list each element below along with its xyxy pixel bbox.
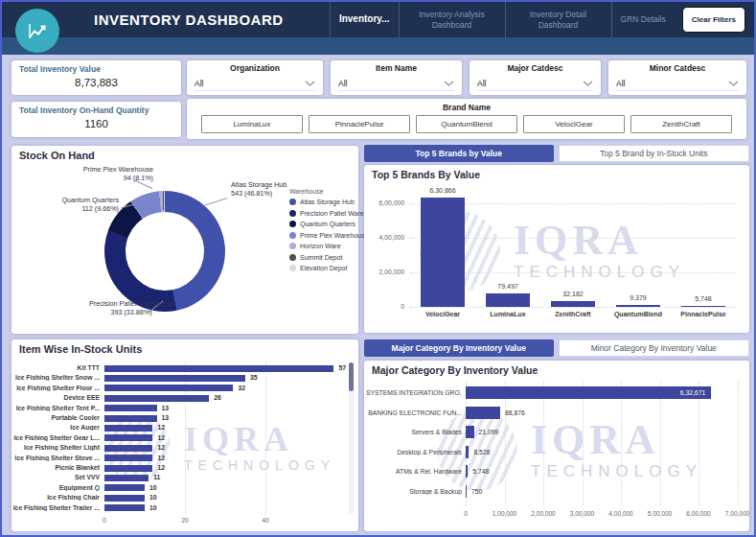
item-bar[interactable] xyxy=(104,365,333,372)
header-tab-3[interactable]: Inventory Detail Dashboard xyxy=(505,2,611,37)
item-bar[interactable] xyxy=(104,395,209,402)
category-label: Servers & Blades xyxy=(366,429,462,435)
category-bar[interactable] xyxy=(466,446,469,458)
x-axis-tick: 1,00,000 xyxy=(484,510,526,517)
item-bar[interactable] xyxy=(104,434,152,441)
bar-velocigear[interactable] xyxy=(421,198,465,307)
brand-button-quantumblend[interactable]: QuantumBlend xyxy=(416,115,517,133)
category-label: Ice Fishing Shelter Trailer ... xyxy=(11,504,100,511)
category-label: BANKING ELECTRONIC FUN... xyxy=(366,409,462,416)
organization-dropdown[interactable]: All xyxy=(195,76,315,91)
kpi-value: 8,73,883 xyxy=(11,77,181,88)
bar-value-label: 21,099 xyxy=(479,429,499,435)
brand-button-velocigear[interactable]: VelociGear xyxy=(523,115,625,133)
category-bar[interactable] xyxy=(466,407,500,419)
minor-catdesc-dropdown[interactable]: All xyxy=(616,76,739,91)
x-axis-label: QuantumBlend xyxy=(606,311,671,317)
filter-minor-catdesc: Minor Catdesc All xyxy=(608,60,746,95)
major-catdesc-dropdown[interactable]: All xyxy=(477,76,593,91)
toggle-minor-category[interactable]: Minor Category By Inventory Value xyxy=(559,339,750,357)
clear-filters-button[interactable]: Clear Filters xyxy=(682,7,745,33)
watermark-text: IQRA xyxy=(184,422,335,456)
filter-item-name: Item Name All xyxy=(331,60,462,95)
filter-organization: Organization All xyxy=(187,60,323,95)
x-axis-tick: 4,00,000 xyxy=(600,510,642,517)
x-axis-tick: 5,00,000 xyxy=(639,510,681,517)
dropdown-value: All xyxy=(195,79,203,88)
bar-value-label: 57 xyxy=(338,364,346,371)
bar-zenithcraft[interactable] xyxy=(551,301,595,307)
bar-value-label: 12 xyxy=(157,444,165,451)
category-label: Desktop & Peripherals xyxy=(366,449,462,455)
bar-luminalux[interactable] xyxy=(486,293,530,307)
header-accent-strip xyxy=(2,37,754,55)
legend-swatch xyxy=(289,210,296,217)
bar-pinnaclepulse[interactable] xyxy=(681,306,725,307)
toggle-top5-brands-by-value[interactable]: Top 5 Brands by Value xyxy=(364,145,554,162)
item-name-dropdown[interactable]: All xyxy=(338,76,454,91)
toggle-major-category[interactable]: Major Category By Inventory Value xyxy=(364,339,554,357)
gridline xyxy=(265,362,266,515)
kpi-label: Total Inventory Value xyxy=(19,64,101,74)
bar-value-label: 35 xyxy=(250,374,258,381)
header-tab-2[interactable]: Inventory Analysis Dashboard xyxy=(399,2,505,37)
header-tab-4[interactable]: GRN Details xyxy=(611,2,675,37)
bar-value-label: 12 xyxy=(157,424,165,431)
item-bar[interactable] xyxy=(104,445,152,452)
category-bar[interactable] xyxy=(466,465,468,478)
category-bar[interactable] xyxy=(466,485,467,498)
bar-value-label: 32,182 xyxy=(540,291,606,297)
filter-label: Minor Catdesc xyxy=(608,63,746,73)
watermark-text: TECHNOLOGY xyxy=(531,461,702,482)
header-tab-1[interactable]: Inventory... xyxy=(330,2,399,37)
legend-swatch xyxy=(289,243,296,249)
category-label: Storage & Backup xyxy=(366,488,462,495)
item-bar[interactable] xyxy=(104,375,245,382)
item-bar[interactable] xyxy=(104,465,152,472)
brand-button-pinnaclepulse[interactable]: PinnaclePulse xyxy=(309,115,410,133)
legend-swatch xyxy=(289,232,296,239)
bar-value-label: 6,30,866 xyxy=(410,187,475,194)
item-bar[interactable] xyxy=(104,455,152,461)
item-bar[interactable] xyxy=(104,425,152,432)
item-bar[interactable] xyxy=(104,504,145,511)
category-label: Ice Fishing Shelter Stove ... xyxy=(11,455,100,461)
legend-swatch xyxy=(289,221,296,227)
x-axis-tick: 0 xyxy=(445,510,487,517)
page-title: INVENTORY DASHBOARD xyxy=(94,12,284,28)
brand-button-zenithcraft[interactable]: ZenithCraft xyxy=(630,115,732,133)
item-bar[interactable] xyxy=(104,385,233,391)
chevron-down-icon xyxy=(444,81,454,86)
gridline xyxy=(505,381,506,505)
header-tabs: Inventory...Inventory Analysis Dashboard… xyxy=(330,2,675,37)
x-axis-label: PinnaclePulse xyxy=(671,311,736,317)
x-axis-tick: 6,00,000 xyxy=(677,510,720,517)
category-chart-toggle: Major Category By Inventory Value Minor … xyxy=(364,339,749,357)
bar-value-label: 12 xyxy=(157,464,165,471)
brand-button-luminalux[interactable]: LuminaLux xyxy=(201,115,303,133)
x-axis-tick: 7,00,000 xyxy=(717,510,756,517)
category-label: Ice Fishing Chair xyxy=(11,494,100,501)
item-bar[interactable] xyxy=(104,415,157,422)
item-bar[interactable] xyxy=(104,405,157,411)
scrollbar-thumb[interactable] xyxy=(349,362,354,391)
toggle-top5-brand-by-instock-units[interactable]: Top 5 Brand by In-Stock Units xyxy=(559,145,750,162)
gridline xyxy=(583,381,584,505)
bar-value-label: 6,32,671 xyxy=(466,389,705,396)
item-bar[interactable] xyxy=(104,484,145,491)
callout-value: 112 (9.66%) xyxy=(11,204,119,213)
item-bar[interactable] xyxy=(104,495,145,502)
filter-label: Item Name xyxy=(331,63,462,73)
category-label: Ice Fishing Shelter Floor ... xyxy=(11,385,100,391)
category-bar[interactable] xyxy=(466,426,474,438)
kpi-total-inventory-value: Total Inventory Value 8,73,883 xyxy=(11,60,181,95)
bar-value-label: 750 xyxy=(471,488,482,495)
item-bar[interactable] xyxy=(104,475,149,481)
x-axis-tick: 2,00,000 xyxy=(522,510,564,517)
legend-label: Elevation Depot xyxy=(300,265,347,271)
bar-value-label: 12 xyxy=(157,455,165,461)
bar-value-label: 10 xyxy=(149,484,157,491)
filter-label: Major Catdesc xyxy=(470,63,601,73)
legend-label: Horizon Ware xyxy=(300,243,341,249)
bar-quantumblend[interactable] xyxy=(616,305,660,307)
